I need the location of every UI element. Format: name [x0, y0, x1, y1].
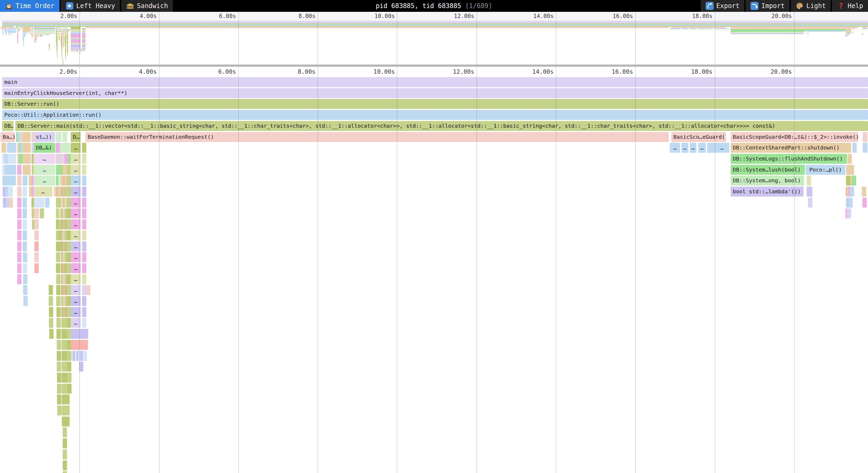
flame-frame[interactable]: [82, 242, 86, 251]
flame-frame[interactable]: [23, 154, 31, 164]
flame-frame[interactable]: [34, 209, 39, 218]
flame-frame[interactable]: [67, 340, 71, 350]
sandwich-button[interactable]: Sandwich: [121, 0, 173, 12]
flame-frame[interactable]: [82, 143, 86, 153]
flame-frame[interactable]: [82, 274, 86, 284]
flame-frame[interactable]: [23, 143, 31, 153]
flame-frame[interactable]: [852, 176, 856, 186]
flame-frame[interactable]: [82, 187, 86, 196]
flame-frame[interactable]: [82, 154, 86, 164]
flame-frame[interactable]: [8, 187, 13, 196]
flame-frame[interactable]: [65, 416, 70, 427]
help-button[interactable]: Help: [832, 0, 868, 12]
flame-frame[interactable]: DB::SystemLogs::flushAndShutdown(): [731, 154, 847, 164]
flame-frame[interactable]: …: [71, 176, 81, 186]
flame-frame[interactable]: [57, 406, 62, 415]
flame-frame[interactable]: bool std::…lambda'()): [731, 187, 803, 196]
flame-frame[interactable]: [17, 209, 22, 218]
flame-frame[interactable]: …: [34, 176, 55, 186]
flame-frame[interactable]: [67, 209, 71, 218]
flame-frame[interactable]: …: [71, 209, 81, 218]
import-button[interactable]: Import: [746, 0, 789, 12]
flame-frame[interactable]: …: [71, 154, 81, 164]
flame-frame[interactable]: [848, 198, 853, 208]
flame-frame[interactable]: [794, 121, 868, 131]
flame-frame[interactable]: [850, 165, 854, 175]
flame-frame[interactable]: [1, 143, 6, 153]
flame-frame[interactable]: [57, 340, 61, 350]
flame-frame[interactable]: [67, 252, 71, 262]
flame-frame[interactable]: [34, 252, 39, 262]
flame-frame[interactable]: [8, 176, 16, 186]
flame-frame[interactable]: D…: [71, 132, 81, 142]
flame-frame[interactable]: [23, 187, 27, 196]
flame-frame[interactable]: [49, 296, 53, 306]
flame-frame[interactable]: [57, 351, 61, 361]
flame-frame[interactable]: [49, 285, 53, 295]
flame-frame[interactable]: [67, 263, 71, 273]
flame-frame[interactable]: [63, 427, 67, 437]
flame-frame[interactable]: [56, 263, 60, 273]
flame-frame[interactable]: [9, 198, 13, 208]
flame-frame[interactable]: [82, 285, 86, 295]
flame-frame[interactable]: [7, 143, 16, 153]
flame-frame[interactable]: [17, 176, 22, 186]
flame-frame[interactable]: [23, 132, 31, 142]
flame-frame[interactable]: [45, 198, 50, 208]
flame-frame[interactable]: [862, 198, 867, 208]
flame-frame[interactable]: …: [71, 230, 81, 241]
flame-frame[interactable]: [67, 165, 71, 175]
flame-frame[interactable]: [79, 362, 83, 372]
flame-frame[interactable]: …: [71, 242, 81, 251]
flame-frame[interactable]: [23, 252, 27, 262]
flame-frame[interactable]: [57, 307, 61, 317]
flame-frame[interactable]: [65, 395, 70, 404]
flame-frame[interactable]: DB…): [2, 121, 13, 131]
flame-frame[interactable]: [63, 471, 67, 473]
flame-frame[interactable]: [62, 132, 67, 142]
flame-frame[interactable]: [34, 263, 39, 273]
flame-frame[interactable]: …: [71, 187, 81, 196]
flame-frame[interactable]: [82, 209, 86, 218]
flame-frame[interactable]: [34, 219, 39, 229]
flame-frame[interactable]: [82, 165, 86, 175]
flame-frame[interactable]: [86, 285, 90, 295]
flame-frame[interactable]: [808, 187, 812, 196]
flame-frame[interactable]: …: [690, 143, 696, 153]
flame-frame[interactable]: [82, 176, 86, 186]
flame-frame[interactable]: [862, 187, 866, 196]
flame-frame[interactable]: [67, 274, 71, 284]
flame-frame[interactable]: [23, 274, 27, 284]
flame-frame[interactable]: [34, 230, 39, 241]
flame-frame[interactable]: [63, 449, 67, 459]
flame-frame[interactable]: [67, 230, 71, 241]
flame-frame[interactable]: [66, 143, 70, 153]
flame-frame[interactable]: [23, 165, 31, 175]
flame-frame[interactable]: …: [71, 143, 81, 153]
flame-frame[interactable]: DB::System…ong, bool): [731, 176, 804, 186]
left-heavy-button[interactable]: Left Heavy: [61, 0, 120, 12]
flame-frame[interactable]: [863, 132, 867, 142]
flame-frame[interactable]: [40, 209, 44, 218]
flame-frame[interactable]: Poco::Util::Application::run(): [2, 110, 868, 120]
flame-frame[interactable]: [34, 198, 44, 208]
export-button[interactable]: Export: [701, 0, 745, 12]
flame-frame[interactable]: [67, 187, 71, 196]
pane-divider[interactable]: [0, 65, 868, 67]
flame-frame[interactable]: [67, 176, 71, 186]
flame-frame[interactable]: [17, 274, 22, 284]
flame-frame[interactable]: [65, 406, 70, 415]
flame-frame[interactable]: [847, 154, 852, 164]
flame-frame[interactable]: …: [71, 252, 81, 262]
flame-frame[interactable]: [17, 242, 22, 251]
flame-frame[interactable]: [23, 198, 27, 208]
flame-frame[interactable]: [56, 296, 61, 306]
flame-frame[interactable]: [17, 263, 22, 273]
flame-frame[interactable]: [56, 132, 61, 142]
flame-frame[interactable]: …: [71, 307, 81, 317]
flame-frame[interactable]: [852, 143, 857, 153]
flame-frame[interactable]: …: [71, 165, 81, 175]
flame-frame[interactable]: [67, 242, 71, 251]
flame-frame[interactable]: st…)): [34, 132, 55, 142]
flame-frame[interactable]: BasicSco…eGuard(): [671, 132, 726, 142]
